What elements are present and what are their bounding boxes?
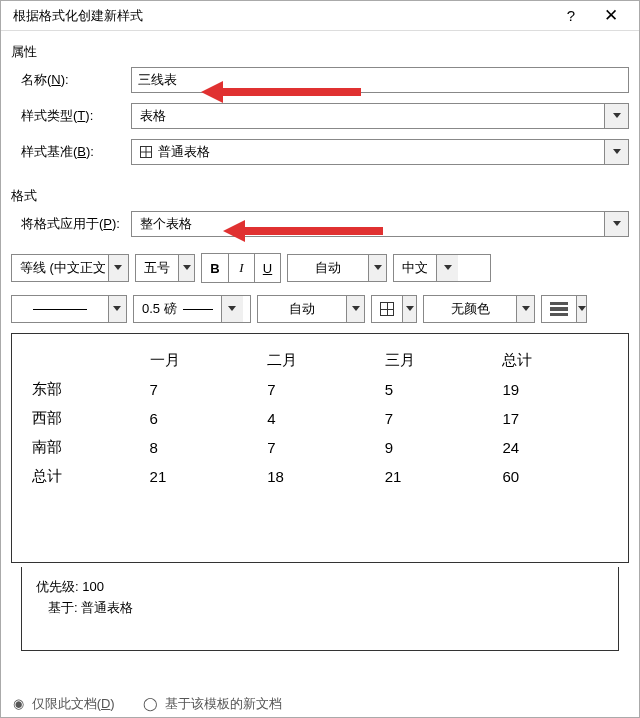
chevron-down-icon[interactable]	[402, 296, 416, 322]
type-label: 样式类型(T):	[11, 107, 131, 125]
base-label: 样式基准(B):	[11, 143, 131, 161]
chevron-down-icon[interactable]	[221, 296, 243, 322]
section-properties: 属性	[1, 31, 639, 67]
style-type-combo[interactable]: 表格	[131, 103, 629, 129]
table-row: 南部87924	[26, 433, 614, 462]
based-on-text: 基于: 普通表格	[36, 598, 604, 619]
section-format: 格式	[1, 175, 639, 211]
name-input[interactable]	[131, 67, 629, 93]
chevron-down-icon[interactable]	[604, 104, 628, 128]
line-sample-icon	[183, 309, 213, 310]
font-family-combo[interactable]: 等线 (中文正文	[11, 254, 129, 282]
dialog-title: 根据格式化创建新样式	[13, 7, 551, 25]
pen-color-combo[interactable]: 自动	[257, 295, 365, 323]
line-sample-icon	[33, 309, 87, 310]
underline-button[interactable]: U	[254, 254, 280, 282]
fill-color-combo[interactable]: 无颜色	[423, 295, 535, 323]
chevron-down-icon[interactable]	[576, 296, 586, 322]
font-color-combo[interactable]: 自动	[287, 254, 387, 282]
rows-icon	[550, 302, 568, 316]
alignment-button[interactable]	[541, 295, 587, 323]
chevron-down-icon[interactable]	[178, 255, 194, 281]
table-row: 总计21182160	[26, 462, 614, 491]
name-label: 名称(N):	[11, 71, 131, 89]
style-base-combo[interactable]: 普通表格	[131, 139, 629, 165]
chevron-down-icon[interactable]	[604, 140, 628, 164]
borders-button[interactable]	[371, 295, 417, 323]
chevron-down-icon[interactable]	[346, 296, 364, 322]
line-style-combo[interactable]	[11, 295, 127, 323]
chevron-down-icon[interactable]	[604, 212, 628, 236]
chevron-down-icon[interactable]	[368, 255, 386, 281]
priority-text: 优先级: 100	[36, 577, 604, 598]
apply-to-combo[interactable]: 整个表格	[131, 211, 629, 237]
border-toolbar: 0.5 磅 自动 无颜色	[1, 289, 639, 329]
chevron-down-icon[interactable]	[108, 296, 126, 322]
preview-panel: 一月 二月 三月 总计 东部77519 西部64717 南部87924 总计21…	[11, 333, 629, 563]
lang-combo[interactable]: 中文	[393, 254, 491, 282]
preview-table: 一月 二月 三月 总计 东部77519 西部64717 南部87924 总计21…	[26, 346, 614, 491]
close-button[interactable]: ✕	[591, 2, 631, 29]
radio-template-docs[interactable]: 基于该模板的新文档	[143, 695, 283, 713]
table-row: 东部77519	[26, 375, 614, 404]
grid-icon	[380, 302, 394, 316]
chevron-down-icon[interactable]	[516, 296, 534, 322]
italic-button[interactable]: I	[228, 254, 254, 282]
apply-label: 将格式应用于(P):	[11, 215, 131, 233]
table-row: 一月 二月 三月 总计	[26, 346, 614, 375]
chevron-down-icon[interactable]	[436, 255, 458, 281]
table-row: 西部64717	[26, 404, 614, 433]
font-toolbar: 等线 (中文正文 五号 B I U 自动 中文	[1, 247, 639, 289]
radio-this-doc[interactable]: 仅限此文档(D)	[13, 695, 115, 713]
line-weight-combo[interactable]: 0.5 磅	[133, 295, 251, 323]
font-size-combo[interactable]: 五号	[135, 254, 195, 282]
table-icon	[140, 146, 152, 158]
chevron-down-icon[interactable]	[108, 255, 128, 281]
bold-button[interactable]: B	[202, 254, 228, 282]
help-button[interactable]: ?	[551, 4, 591, 27]
info-panel: 优先级: 100 基于: 普通表格	[21, 567, 619, 651]
biu-group: B I U	[201, 253, 281, 283]
